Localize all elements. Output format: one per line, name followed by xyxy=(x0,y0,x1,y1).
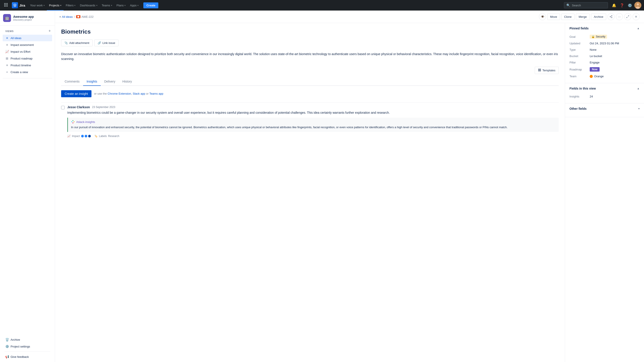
sidebar-item-impact-assesment[interactable]: ≡ Impact assesment xyxy=(3,41,52,48)
svg-line-16 xyxy=(610,17,612,17)
nav-projects[interactable]: Projects ▾ xyxy=(47,0,64,10)
type-value: None xyxy=(590,48,596,51)
slack-header: #slack-insights xyxy=(71,120,556,124)
close-button[interactable]: ✕ xyxy=(632,13,640,20)
svg-rect-1 xyxy=(6,3,6,4)
sidebar: 🤖 Awesome app Discovery project VIEWS + … xyxy=(0,10,55,362)
create-insight-button[interactable]: Create an insight xyxy=(61,90,92,97)
watch-button[interactable]: 👁️ xyxy=(539,13,546,20)
breadcrumb-issue: AWE-222 xyxy=(76,15,94,18)
create-button[interactable]: Create xyxy=(143,2,158,8)
list-icon: ≡ xyxy=(59,15,61,18)
sidebar-item-project-settings[interactable]: ⚙️ Project settings xyxy=(3,343,52,350)
jira-logo-text: Jira xyxy=(19,3,25,7)
share-button[interactable] xyxy=(608,13,614,20)
svg-rect-22 xyxy=(540,70,541,71)
move-button[interactable]: Move xyxy=(547,14,560,20)
goal-value: 🔒 Security xyxy=(590,35,607,39)
sidebar-item-product-timeline[interactable]: ≡ Product timeline xyxy=(3,62,52,68)
avatar[interactable] xyxy=(634,2,641,9)
user-avatar-image xyxy=(634,2,641,9)
clone-button[interactable]: Clone xyxy=(561,14,574,20)
slack-app-link[interactable]: Slack app xyxy=(132,92,145,95)
search-bar[interactable]: 🔍 Search xyxy=(564,2,608,8)
svg-line-17 xyxy=(610,16,612,16)
help-icon[interactable]: ❓ xyxy=(618,2,626,9)
tab-delivery[interactable]: Delivery xyxy=(101,77,119,86)
impact-dots xyxy=(81,135,91,137)
roadmap-badge[interactable]: Now xyxy=(590,67,600,72)
nav-apps[interactable]: Apps ▾ xyxy=(128,0,141,10)
svg-rect-6 xyxy=(4,6,5,6)
team-color-dot xyxy=(590,75,593,78)
tab-comments[interactable]: Comments xyxy=(61,77,83,86)
breadcrumb-actions: 👁️ Move Clone Merge Archive ··· ✕ xyxy=(539,13,640,20)
settings-icon[interactable]: ⚙️ xyxy=(626,2,634,9)
comment-checkbox[interactable] xyxy=(61,106,65,109)
slack-channel-link[interactable]: #slack-insights xyxy=(76,120,95,124)
sidebar-item-label: Project settings xyxy=(10,345,30,348)
comment-text: Implementing biometrics could be a game-… xyxy=(67,110,559,115)
slack-text: In our pursuit of innovation and enhance… xyxy=(71,125,556,130)
chart-icon: 📈 xyxy=(5,50,9,53)
sidebar-item-give-feedback[interactable]: 📢 Give feedback xyxy=(3,354,52,360)
comment-author: Jesse Clarkson xyxy=(67,105,90,109)
fields-in-view-header[interactable]: Fields in this view ▲ xyxy=(570,87,640,90)
nav-dashboards[interactable]: Dashboards ▾ xyxy=(78,0,100,10)
sidebar-item-impact-effort[interactable]: 📈 Impact vs Effort xyxy=(3,48,52,55)
more-button[interactable]: ··· xyxy=(616,13,623,20)
article: Biometrics 📎 Add attachment 🔗 Link issue… xyxy=(55,23,565,362)
pinned-fields-header[interactable]: Pinned fields ▲ xyxy=(570,26,640,30)
chevron-down-icon: ▾ xyxy=(44,4,45,6)
attachment-icon: 📎 xyxy=(64,41,68,45)
sidebar-item-all-ideas[interactable]: ≡ All ideas xyxy=(3,35,52,41)
jira-logo[interactable]: Jira xyxy=(10,1,27,9)
nav-filters[interactable]: Filters ▾ xyxy=(64,0,78,10)
field-row-team: Team Orange xyxy=(570,73,640,79)
breadcrumb-all-ideas-link[interactable]: All ideas xyxy=(62,15,73,18)
insights-count: 24 xyxy=(590,95,593,98)
updated-label: Updated xyxy=(570,42,587,45)
svg-rect-24 xyxy=(72,121,72,122)
expand-button[interactable] xyxy=(624,13,631,20)
teams-app-link[interactable]: Teams app xyxy=(149,92,163,95)
svg-rect-21 xyxy=(540,69,541,70)
chevron-down-icon: ▾ xyxy=(96,4,98,6)
sidebar-project[interactable]: 🤖 Awesome app Discovery project xyxy=(0,10,55,26)
sidebar-item-label: Archive xyxy=(10,338,20,341)
add-attachment-button[interactable]: 📎 Add attachment xyxy=(61,39,92,46)
link-issue-button[interactable]: 🔗 Link issue xyxy=(94,39,118,46)
main-layout: 🤖 Awesome app Discovery project VIEWS + … xyxy=(0,10,644,362)
sidebar-item-product-roadmap[interactable]: ⊞ Product roadmap xyxy=(3,55,52,62)
field-row-updated: Updated Oct 24, 2023 01:06 PM xyxy=(570,40,640,46)
tabs: Comments Insights Delivery History xyxy=(61,77,559,86)
svg-line-19 xyxy=(627,17,628,18)
tab-history[interactable]: History xyxy=(119,77,136,86)
breadcrumb-separator: / xyxy=(74,15,75,18)
sidebar-divider-2 xyxy=(4,352,50,352)
svg-point-15 xyxy=(612,17,612,18)
other-fields-header[interactable]: Other fields ▾ xyxy=(570,107,640,110)
apps-grid-icon[interactable] xyxy=(3,1,9,9)
chrome-extension-link[interactable]: Chrome Extension xyxy=(108,92,131,95)
sidebar-bottom: 🗑️ Archive ⚙️ Project settings 📢 Give fe… xyxy=(0,334,55,362)
nav-teams[interactable]: Teams ▾ xyxy=(100,0,114,10)
sidebar-item-label: Impact vs Effort xyxy=(10,50,30,53)
templates-button[interactable]: Templates xyxy=(535,67,559,74)
svg-rect-8 xyxy=(7,6,8,6)
nav-your-work[interactable]: Your work ▾ xyxy=(28,0,47,10)
sidebar-item-label: Impact assesment xyxy=(10,43,34,46)
chevron-down-icon: ▾ xyxy=(124,4,126,6)
merge-button[interactable]: Merge xyxy=(576,14,590,20)
sidebar-item-archive[interactable]: 🗑️ Archive xyxy=(3,336,52,343)
notifications-icon[interactable]: 🔔 xyxy=(610,2,618,9)
updated-value: Oct 24, 2023 01:06 PM xyxy=(590,42,619,45)
archive-button[interactable]: Archive xyxy=(591,14,606,20)
team-badge[interactable]: Orange xyxy=(590,75,604,78)
add-view-button[interactable]: + xyxy=(48,28,51,34)
team-value: Orange xyxy=(590,75,604,78)
nav-plans[interactable]: Plans ▾ xyxy=(114,0,128,10)
tab-insights[interactable]: Insights xyxy=(83,77,101,86)
sidebar-item-create-view[interactable]: + Create a view xyxy=(3,69,52,75)
goal-badge[interactable]: 🔒 Security xyxy=(590,35,607,39)
